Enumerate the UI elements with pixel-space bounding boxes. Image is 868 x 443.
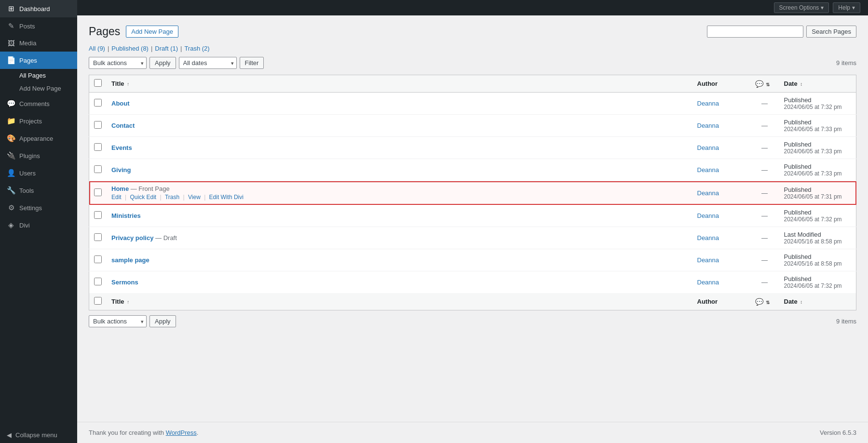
media-icon: 🖼 [7, 39, 15, 47]
filter-trash[interactable]: Trash (2) [184, 45, 209, 52]
author-link-4[interactable]: Deanna [697, 166, 719, 174]
comments-icon: 💬 [7, 99, 15, 108]
sidebar-item-projects[interactable]: 📁 Projects [0, 112, 77, 130]
author-link-8[interactable]: Deanna [697, 256, 719, 264]
checkbox-4[interactable] [94, 165, 102, 173]
checkbox-7[interactable] [94, 233, 102, 241]
sidebar-item-tools[interactable]: 🔧 Tools [0, 182, 77, 199]
date-val-5: 2024/06/05 at 7:31 pm [784, 193, 852, 200]
author-link-9[interactable]: Deanna [697, 279, 719, 286]
filter-button[interactable]: Filter [240, 57, 264, 69]
checkbox-2[interactable] [94, 121, 102, 129]
help-button[interactable]: Help ▾ [833, 2, 860, 13]
page-link-4[interactable]: Giving [111, 166, 131, 174]
row-checkbox-3 [89, 137, 107, 159]
add-new-page-button[interactable]: Add New Page [126, 26, 178, 38]
table-row: ContactDeanna—Published2024/06/05 at 7:3… [89, 115, 856, 137]
page-link-3[interactable]: Events [111, 144, 132, 151]
row-actions-5: Edit | Quick Edit | Trash | View | Edit … [111, 194, 688, 201]
title-column-footer[interactable]: Title ↑ [107, 293, 692, 310]
users-icon: 👤 [7, 169, 15, 177]
row-author-6: Deanna [692, 205, 750, 227]
page-link-2[interactable]: Contact [111, 122, 135, 129]
sidebar-sub-add-new-page[interactable]: Add New Page [0, 82, 77, 95]
author-column-header: Author [692, 75, 750, 93]
select-all-checkbox[interactable] [94, 79, 102, 87]
sidebar-item-settings[interactable]: ⚙ Settings [0, 199, 77, 216]
sidebar-item-plugins[interactable]: 🔌 Plugins [0, 147, 77, 164]
row-action-edit-with-divi-5[interactable]: Edit With Divi [209, 194, 244, 201]
table-row: SermonsDeanna—Published2024/06/05 at 7:3… [89, 271, 856, 294]
author-link-3[interactable]: Deanna [697, 144, 719, 151]
checkbox-3[interactable] [94, 143, 102, 151]
divi-icon: ◈ [7, 221, 15, 229]
page-link-1[interactable]: About [111, 100, 130, 107]
help-label: Help [838, 4, 850, 11]
checkbox-8[interactable] [94, 255, 102, 263]
page-link-5[interactable]: Home [111, 185, 129, 192]
comments-column-footer: 💬 ⇅ [750, 293, 779, 310]
sidebar-sub-all-pages[interactable]: All Pages [0, 69, 77, 82]
bulk-actions-bottom-select[interactable]: Bulk actions Edit Move to Trash [89, 315, 147, 327]
author-link-1[interactable]: Deanna [697, 100, 719, 107]
wordpress-link[interactable]: WordPress [166, 429, 197, 436]
sidebar-item-dashboard[interactable]: ⊞ Dashboard [0, 0, 77, 17]
row-comments-6: — [750, 205, 779, 227]
checkbox-5[interactable] [94, 188, 102, 196]
sidebar-item-users[interactable]: 👤 Users [0, 164, 77, 182]
filter-links: All (9) | Published (8) | Draft (1) | Tr… [89, 45, 856, 52]
top-toolbar: Bulk actions Edit Move to Trash Apply Al… [89, 57, 856, 69]
sidebar: ⊞ Dashboard ✎ Posts 🖼 Media 📄 Pages All … [0, 0, 77, 443]
row-action-edit-5[interactable]: Edit [111, 194, 122, 201]
author-column-footer: Author [692, 293, 750, 310]
row-title-7: Privacy policy — Draft [107, 227, 692, 249]
page-link-6[interactable]: Ministries [111, 212, 141, 219]
collapse-menu-button[interactable]: ◀ Collapse menu [0, 427, 77, 443]
date-column-header[interactable]: Date ↕ [779, 75, 856, 93]
sidebar-item-appearance[interactable]: 🎨 Appearance [0, 130, 77, 147]
page-link-9[interactable]: Sermons [111, 279, 138, 286]
row-author-4: Deanna [692, 159, 750, 181]
row-title-6: Ministries [107, 205, 692, 227]
bulk-actions-select[interactable]: Bulk actions Edit Move to Trash [89, 57, 147, 69]
row-author-3: Deanna [692, 137, 750, 159]
filter-all[interactable]: All (9) [89, 45, 105, 52]
search-input[interactable] [707, 26, 803, 38]
author-link-7[interactable]: Deanna [697, 234, 719, 242]
author-link-2[interactable]: Deanna [697, 122, 719, 129]
checkbox-6[interactable] [94, 211, 102, 219]
sidebar-item-comments[interactable]: 💬 Comments [0, 95, 77, 112]
apply-button-top[interactable]: Apply [149, 57, 176, 69]
row-date-9: Published2024/06/05 at 7:32 pm [779, 271, 856, 294]
content-area: Pages Add New Page Search Pages All (9) … [77, 15, 868, 422]
checkbox-9[interactable] [94, 278, 102, 285]
row-action-quick-edit-5[interactable]: Quick Edit [130, 194, 156, 201]
sidebar-item-media[interactable]: 🖼 Media [0, 35, 77, 52]
page-link-8[interactable]: sample page [111, 256, 149, 264]
sidebar-item-pages[interactable]: 📄 Pages [0, 52, 77, 69]
table-row: MinistriesDeanna—Published2024/06/05 at … [89, 205, 856, 227]
row-action-view-5[interactable]: View [188, 194, 201, 201]
filter-published[interactable]: Published (8) [111, 45, 149, 52]
sort-icon-title: ↑ [127, 81, 129, 87]
select-all-checkbox-bottom[interactable] [94, 297, 102, 305]
author-link-5[interactable]: Deanna [697, 189, 719, 197]
date-val-9: 2024/06/05 at 7:32 pm [784, 282, 852, 289]
sidebar-item-posts[interactable]: ✎ Posts [0, 17, 77, 35]
row-author-5: Deanna [692, 181, 750, 205]
search-pages-button[interactable]: Search Pages [806, 26, 856, 38]
author-link-6[interactable]: Deanna [697, 212, 719, 219]
date-column-footer: Date ↕ [779, 293, 856, 310]
row-action-trash-5[interactable]: Trash [165, 194, 179, 201]
title-column-header[interactable]: Title ↑ [107, 75, 692, 93]
topbar: Screen Options ▾ Help ▾ [77, 0, 868, 15]
apply-button-bottom[interactable]: Apply [149, 315, 176, 327]
sidebar-item-divi[interactable]: ◈ Divi [0, 216, 77, 234]
checkbox-1[interactable] [94, 99, 102, 107]
screen-options-button[interactable]: Screen Options ▾ [774, 2, 829, 13]
settings-icon: ⚙ [7, 203, 15, 212]
page-link-7[interactable]: Privacy policy [111, 234, 153, 242]
date-filter-select[interactable]: All dates [179, 57, 237, 69]
date-status-7: Last Modified [784, 231, 852, 238]
filter-draft[interactable]: Draft (1) [155, 45, 178, 52]
